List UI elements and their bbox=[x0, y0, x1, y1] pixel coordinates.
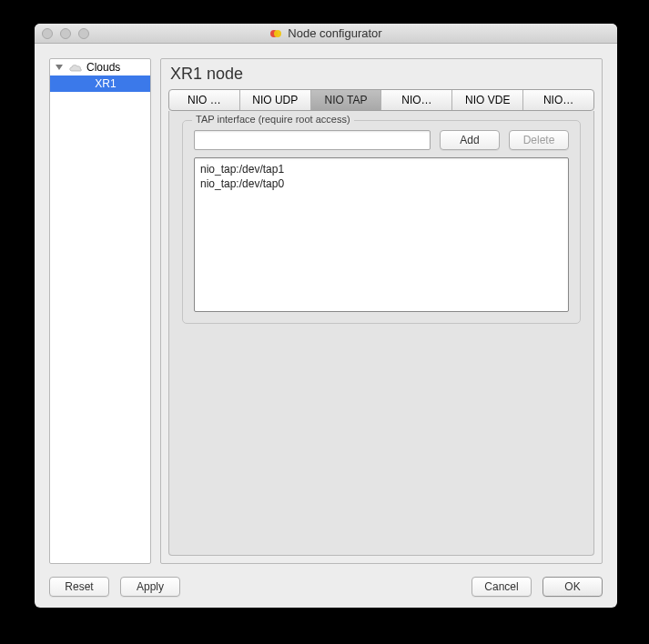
cancel-button[interactable]: Cancel bbox=[472, 577, 532, 597]
app-icon bbox=[269, 27, 282, 40]
disclosure-triangle-icon[interactable] bbox=[56, 65, 63, 70]
tap-interface-input[interactable] bbox=[194, 130, 431, 150]
tap-interface-group: TAP interface (require root access) Add … bbox=[182, 120, 581, 324]
node-tree[interactable]: Clouds XR1 bbox=[49, 58, 151, 564]
tab-nio-udp[interactable]: NIO UDP bbox=[240, 90, 311, 110]
svg-point-0 bbox=[270, 30, 278, 37]
tree-item-label: XR1 bbox=[65, 77, 147, 90]
tab-bar: NIO … NIO UDP NIO TAP NIO… NIO VDE NIO… bbox=[168, 89, 594, 111]
list-item[interactable]: nio_tap:/dev/tap0 bbox=[200, 176, 563, 191]
zoom-button[interactable] bbox=[78, 28, 89, 39]
titlebar[interactable]: Node configurator bbox=[35, 24, 617, 44]
ok-button[interactable]: OK bbox=[543, 577, 603, 597]
tab-nio-1[interactable]: NIO … bbox=[169, 90, 240, 110]
tap-interface-list[interactable]: nio_tap:/dev/tap1 nio_tap:/dev/tap0 bbox=[194, 157, 569, 312]
content-panel: XR1 node NIO … NIO UDP NIO TAP NIO… NIO … bbox=[160, 58, 603, 564]
tab-content: TAP interface (require root access) Add … bbox=[168, 111, 594, 556]
minimize-button[interactable] bbox=[60, 28, 71, 39]
page-title: XR1 node bbox=[168, 63, 594, 89]
close-button[interactable] bbox=[42, 28, 53, 39]
window-title: Node configurator bbox=[288, 26, 381, 40]
tree-root-label: Clouds bbox=[86, 61, 120, 74]
add-button[interactable]: Add bbox=[440, 130, 500, 150]
tab-nio-5[interactable]: NIO… bbox=[523, 90, 593, 110]
list-item[interactable]: nio_tap:/dev/tap1 bbox=[200, 162, 563, 176]
tree-item-xr1[interactable]: XR1 bbox=[50, 75, 150, 92]
svg-point-1 bbox=[274, 30, 281, 37]
reset-button[interactable]: Reset bbox=[49, 577, 109, 597]
tab-nio-vde[interactable]: NIO VDE bbox=[452, 90, 523, 110]
node-configurator-window: Node configurator Clouds XR1 bbox=[35, 24, 617, 608]
delete-button[interactable]: Delete bbox=[509, 130, 569, 150]
dialog-footer: Reset Apply Cancel OK bbox=[49, 564, 603, 597]
tab-nio-3[interactable]: NIO… bbox=[381, 90, 452, 110]
group-label: TAP interface (require root access) bbox=[192, 114, 354, 125]
apply-button[interactable]: Apply bbox=[120, 577, 180, 597]
window-controls bbox=[35, 28, 89, 39]
tab-nio-tap[interactable]: NIO TAP bbox=[311, 90, 382, 110]
cloud-icon bbox=[68, 63, 83, 72]
window-body: Clouds XR1 XR1 node NIO … NIO UDP NIO TA… bbox=[35, 44, 617, 608]
tree-root-clouds[interactable]: Clouds bbox=[50, 59, 150, 75]
